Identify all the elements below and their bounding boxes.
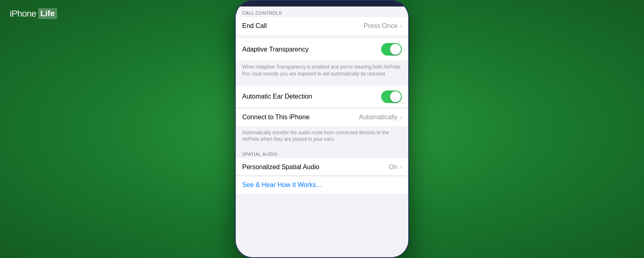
end-call-label: End Call xyxy=(242,22,364,30)
personalized-spatial-audio-row[interactable]: Personalized Spatial Audio On › xyxy=(236,158,408,176)
connect-iphone-chevron-icon: › xyxy=(400,114,402,120)
gap-2 xyxy=(236,82,408,86)
screen: CALL CONTROLS End Call Press Once › Adap… xyxy=(236,6,408,257)
phone-device: CALL CONTROLS End Call Press Once › Adap… xyxy=(235,0,409,258)
automatic-ear-detection-label: Automatic Ear Detection xyxy=(242,93,381,100)
gap-1 xyxy=(236,35,408,38)
spatial-audio-group: Personalized Spatial Audio On › See & He… xyxy=(236,158,408,194)
call-controls-header: CALL CONTROLS xyxy=(236,6,408,17)
see-hear-row[interactable]: See & Hear How It Works... xyxy=(236,176,408,194)
connect-iphone-value: Automatically xyxy=(359,114,397,121)
adaptive-transparency-toggle[interactable] xyxy=(381,43,402,56)
ear-detection-toggle-knob xyxy=(390,91,401,102)
spatial-audio-header: SPATIAL AUDIO xyxy=(236,148,408,158)
automatic-ear-detection-row[interactable]: Automatic Ear Detection xyxy=(236,86,408,108)
connect-iphone-label: Connect to This iPhone xyxy=(242,114,359,121)
personalized-spatial-audio-value: On xyxy=(389,163,397,171)
logo-life-text: Life xyxy=(38,8,58,19)
end-call-chevron-icon: › xyxy=(400,23,402,29)
end-call-row[interactable]: End Call Press Once › xyxy=(236,17,408,35)
adaptive-transparency-description: When Adaptive Transparency is enabled an… xyxy=(236,60,408,82)
end-call-value: Press Once xyxy=(364,22,398,30)
adaptive-transparency-label: Adaptive Transparency xyxy=(242,46,381,53)
see-hear-link[interactable]: See & Hear How It Works... xyxy=(242,181,321,189)
call-controls-group: End Call Press Once › xyxy=(236,17,408,35)
ear-detection-toggle[interactable] xyxy=(381,90,402,103)
settings-content: CALL CONTROLS End Call Press Once › Adap… xyxy=(236,6,408,257)
iphone-life-logo: iPhone Life xyxy=(10,8,57,19)
status-bar xyxy=(236,1,408,6)
ear-detection-group: Automatic Ear Detection Connect to This … xyxy=(236,86,408,126)
logo-iphone-text: iPhone xyxy=(10,9,36,19)
personalized-spatial-audio-label: Personalized Spatial Audio xyxy=(242,163,389,171)
toggle-knob xyxy=(390,44,401,55)
personalized-spatial-audio-chevron-icon: › xyxy=(400,164,402,170)
ear-detection-description: Automatically transfer the audio route f… xyxy=(236,126,408,148)
adaptive-transparency-group: Adaptive Transparency xyxy=(236,38,408,60)
connect-iphone-row[interactable]: Connect to This iPhone Automatically › xyxy=(236,108,408,126)
adaptive-transparency-row[interactable]: Adaptive Transparency xyxy=(236,38,408,60)
